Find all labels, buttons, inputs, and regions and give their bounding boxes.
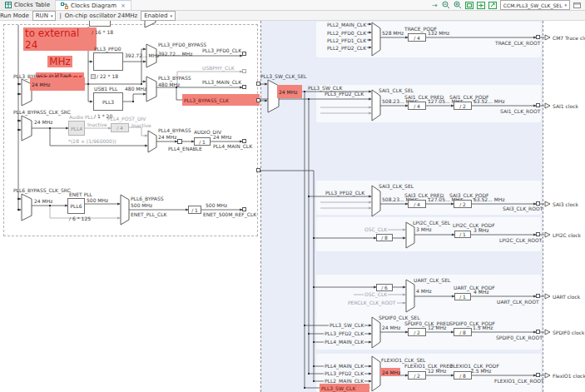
spdif0-pred-out-value: 12 MHz — [428, 325, 446, 330]
fit-diagram-icon[interactable] — [465, 1, 474, 9]
pll3-bypass-value: 480 MHz — [158, 82, 180, 87]
audio-div-value: 24 MHz — [213, 134, 231, 140]
annotation-line: MHz — [47, 56, 72, 67]
spdif0-clk-root-connector[interactable] — [536, 330, 540, 334]
spdif0-clk-pred-block[interactable]: / 2 — [408, 328, 426, 336]
spdif0-in-label: PLL3_SW_CLK — [329, 322, 364, 328]
pll3-block[interactable]: PLL3 — [93, 92, 123, 111]
go-to-arrow-icon[interactable]: → — [430, 1, 439, 9]
label-sai1-clk-root: SAI1_CLK_ROOT — [500, 108, 540, 114]
spdif0-clk-podf-block[interactable]: / 8 — [454, 328, 472, 336]
top-clipped-block[interactable] — [89, 21, 111, 27]
flexio1-mux-out-value[interactable]: 24 MHz — [380, 368, 400, 376]
value: 24 MHz — [382, 370, 400, 375]
pll3-main-clk-connector[interactable] — [242, 85, 246, 89]
uart-clk-podf-block[interactable]: / 1 — [454, 293, 471, 300]
boundary-connector[interactable] — [256, 168, 260, 172]
flexio1-selected-input-highlight[interactable]: PLL3_SW_CLK — [320, 384, 369, 392]
enet-div-block[interactable]: / 1 — [188, 206, 201, 214]
trace-mux-out-value: 528 MHz — [382, 30, 404, 36]
pll3-bypass-mux[interactable] — [146, 77, 156, 102]
pll3-bypass-clk-highlight[interactable]: PLL3_BYPASS_CLK — [182, 94, 260, 106]
trace-clk-sel-mux[interactable] — [372, 22, 380, 56]
label-audio-pll: Audio PLL — [69, 114, 93, 120]
zoom-out-icon[interactable] — [442, 1, 451, 9]
label-pll4-bypass: PLL4_BYPASS — [158, 127, 191, 133]
sai1-clk-podf-block[interactable]: / 2 — [454, 102, 472, 110]
label-lpi2c-clk-sel: LPI2C_CLK_SEL — [413, 220, 450, 226]
diagram-canvas[interactable]: to external 24 MHz oscillator PLL3_BYPAS… — [0, 21, 585, 392]
uart-prediv-block[interactable]: / 6 — [376, 284, 393, 291]
pll3-pfd0-block[interactable] — [93, 52, 123, 71]
flexio1-clk-pred-block[interactable]: / 2 — [408, 371, 426, 380]
audio-div-block[interactable]: / 1 — [194, 137, 211, 146]
lpi2c-clk-podf-block[interactable]: / 1 — [454, 231, 471, 238]
sai1-clk-root-connector[interactable] — [536, 103, 540, 107]
sai1-clk-sel-mux[interactable] — [372, 90, 380, 121]
sai1-clk-pred-block[interactable]: / 4 — [408, 102, 426, 110]
uart-clk-sel-mux[interactable] — [406, 280, 414, 312]
close-icon[interactable]: × — [121, 2, 126, 9]
flexio1-clk-sel-mux[interactable] — [372, 356, 380, 391]
spdif0-clk-sel-mux[interactable] — [372, 317, 380, 348]
label-pll3-pfd2-clk: PLL3_PFD2_CLK — [325, 91, 364, 97]
pll4-post-div-block[interactable]: / 4 — [111, 123, 129, 132]
spdif0-mux-out-value: 24 MHz — [382, 325, 400, 330]
pll6-block[interactable]: PLL6 — [67, 198, 85, 214]
osc-select[interactable]: Enabled ▾ — [141, 11, 176, 21]
trace-clk-root-connector[interactable] — [536, 35, 540, 39]
tab-clocks-table[interactable]: Clocks Table — [0, 0, 56, 10]
lpi2c-clk-sel-mux[interactable] — [406, 222, 414, 248]
pll3-pfd0-value: 392.72... MHz — [125, 52, 159, 58]
label-enet-500m-ref-clk: ENET_500M_REF_CLK — [203, 211, 256, 217]
flexio1-clk-root-connector[interactable] — [536, 373, 540, 377]
trace-podf-block[interactable]: / 4 — [408, 33, 426, 42]
tab-clocks-diagram[interactable]: Clocks Diagram × — [56, 0, 131, 10]
sai3-clk-sel-mux[interactable] — [372, 186, 380, 216]
pll3-pfd0-clk-connector[interactable] — [242, 52, 246, 56]
uart-clk-root-connector[interactable] — [536, 294, 540, 298]
pll4-inactive: Inactive — [87, 122, 107, 127]
pll4-bypass-clk-src-mux[interactable] — [22, 116, 32, 141]
label-spdif0-clk-sel: SPDIF0_CLK_SEL — [379, 315, 420, 320]
pll3-bypass-clk-src-value[interactable]: 24 MHz — [30, 77, 85, 91]
lpi2c-clk-root-connector[interactable] — [536, 232, 540, 236]
enet-500m-ref-clk-connector[interactable] — [242, 207, 246, 211]
lpi2c-podf-out-value: 3 MHz — [473, 227, 489, 233]
clipped-top-mux[interactable] — [145, 21, 156, 27]
flexio1-podf-out-value: 1.5 MHz — [471, 368, 491, 374]
zoom-in-icon[interactable] — [454, 1, 463, 9]
uart-osc-label: OSC_CLK — [364, 291, 388, 297]
settings-bar: Run Mode RUN ▾ | On-chip oscillator 24MH… — [0, 11, 585, 21]
flexio1-clk-podf-block[interactable]: / 8 — [454, 371, 472, 380]
usbphy-clk-connector[interactable] — [242, 69, 246, 73]
trace-in-label: PLL2_PFD1_CLK — [326, 37, 367, 43]
label-pll4-post-div: PLL4_POST_DIV — [107, 116, 146, 122]
lpi2c-prediv-block[interactable]: / 8 — [376, 234, 393, 241]
boundary-connector[interactable] — [256, 98, 260, 102]
label-pll3-pfd0-clk: PLL3_PFD0_CLK — [202, 47, 241, 53]
export-diagram-icon[interactable] — [488, 1, 498, 9]
pll6-bypass-clk-src-mux[interactable] — [22, 194, 32, 221]
sai3-clk-root-connector[interactable] — [536, 201, 540, 206]
signal-selector[interactable]: CCM.PLL3_SW_CLK_SEL ▾ — [500, 0, 570, 10]
pll3-sw-clk-value[interactable]: 24 MHz — [277, 85, 302, 98]
label-uart-clock: UART clock — [553, 294, 580, 300]
label-uart-clk-root: UART_CLK_ROOT — [497, 299, 539, 305]
detach-view-icon[interactable] — [573, 1, 582, 9]
signal-selector-value: CCM.PLL3_SW_CLK_SEL — [503, 2, 563, 8]
pll6-bypass-mux[interactable] — [121, 195, 129, 225]
pll4-block[interactable]: PLL4 — [68, 121, 85, 136]
expand-diagram-icon[interactable] — [477, 1, 486, 9]
boundary-connector[interactable] — [256, 82, 260, 86]
pll4-post-inactive: Inactive — [131, 122, 151, 128]
run-mode-select[interactable]: RUN ▾ — [32, 11, 57, 21]
pll4-main-clk-connector[interactable] — [242, 139, 246, 143]
label-usbphy-clk: USBPHY_CLK — [202, 65, 235, 71]
sai3-clk-pred-block[interactable]: / 4 — [408, 200, 426, 208]
sai3-clk-podf-block[interactable]: / 2 — [454, 200, 472, 208]
pll4-enable-gate[interactable] — [177, 139, 182, 144]
pll4-bypass-mux[interactable] — [148, 131, 156, 152]
label-flexio1-clk-root: FLEXIO1_CLK_ROOT — [494, 378, 544, 384]
label-pll6-bypass-clk-src: PLL6_BYPASS_CLK_SRC — [13, 187, 71, 193]
